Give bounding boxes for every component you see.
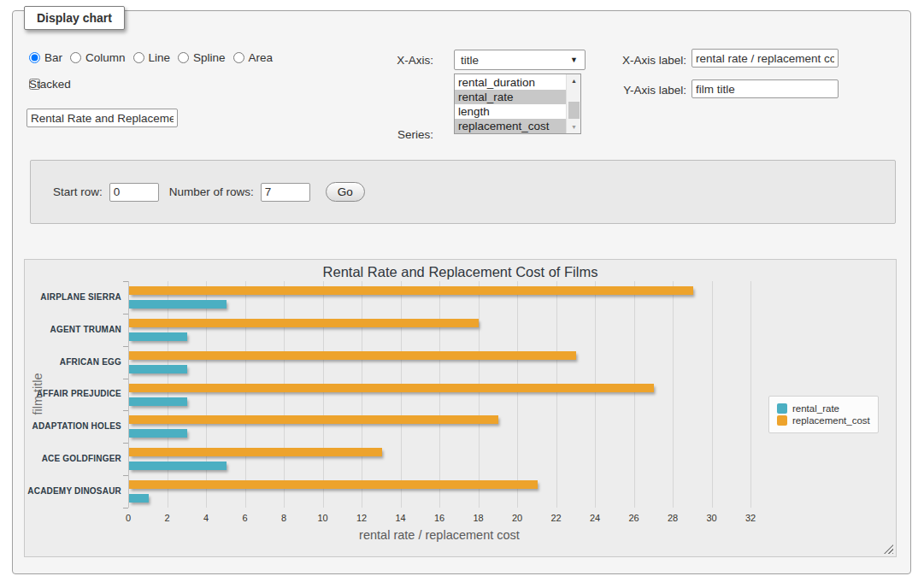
x-tick-label-6: 6	[231, 513, 260, 523]
stacked-label[interactable]: Stacked	[29, 78, 71, 91]
gridline-18	[479, 281, 480, 508]
gridline-20	[517, 281, 518, 508]
x-tick-label-10: 10	[309, 513, 338, 523]
y-axis-label-label: Y-Axis label:	[613, 84, 686, 97]
number-of-rows-input[interactable]	[261, 183, 310, 202]
bar-replacement_cost-5[interactable]	[129, 448, 382, 456]
x-tick-label-8: 8	[269, 513, 298, 523]
category-label-4: ADAPTATION HOLES	[26, 421, 121, 431]
x-tick-label-14: 14	[386, 513, 415, 523]
x-axis-label-label: X-Axis label:	[613, 54, 686, 67]
radio-area[interactable]	[233, 52, 244, 63]
gridline-26	[634, 281, 635, 508]
chart-y-axis-title: film title	[31, 373, 44, 414]
legend-label-replacement_cost: replacement_cost	[792, 415, 870, 426]
category-label-0: AIRPLANE SIERRA	[26, 292, 121, 302]
start-row-input[interactable]	[109, 183, 159, 202]
bar-rental_rate-4[interactable]	[129, 429, 187, 438]
x-tick-label-18: 18	[464, 513, 493, 523]
scrollbar-thumb[interactable]	[568, 102, 580, 119]
gridline-8	[284, 281, 285, 508]
x-tick-label-12: 12	[347, 513, 376, 523]
category-label-5: ACE GOLDFINGER	[26, 454, 121, 463]
legend-item-rental_rate[interactable]: rental_rate	[777, 403, 870, 414]
category-tick	[123, 508, 128, 509]
radio-line-label[interactable]: Line	[149, 51, 171, 64]
gridline-6	[245, 281, 246, 508]
gridline-28	[673, 281, 674, 508]
gridline-14	[401, 281, 402, 508]
chart-title: Rental Rate and Replacement Cost of Film…	[25, 264, 896, 280]
x-tick-label-2: 2	[153, 513, 182, 523]
bar-rental_rate-1[interactable]	[129, 332, 187, 341]
bar-replacement_cost-4[interactable]	[129, 415, 498, 424]
radio-bar[interactable]	[29, 52, 40, 63]
scroll-up-icon[interactable]: ▲	[567, 74, 581, 87]
bar-replacement_cost-1[interactable]	[129, 319, 479, 327]
legend-item-replacement_cost[interactable]: replacement_cost	[777, 415, 870, 426]
bar-replacement_cost-2[interactable]	[129, 351, 576, 360]
bar-rental_rate-2[interactable]	[129, 365, 187, 373]
number-of-rows-label: Number of rows:	[169, 185, 254, 198]
bar-rental_rate-0[interactable]	[129, 300, 227, 309]
display-chart-tab[interactable]: Display chart	[24, 6, 125, 30]
series-option-rental_duration[interactable]: rental_duration	[455, 75, 566, 90]
bar-replacement_cost-6[interactable]	[129, 480, 538, 489]
scroll-down-icon[interactable]: ▼	[567, 121, 581, 133]
x-axis-selected-value: title	[461, 54, 479, 67]
series-scrollbar[interactable]: ▲ ▼	[566, 74, 580, 133]
radio-bar-label[interactable]: Bar	[44, 51, 62, 64]
legend-swatch-replacement_cost	[777, 415, 787, 426]
series-option-replacement_cost[interactable]: replacement_cost	[455, 119, 566, 133]
category-label-1: AGENT TRUMAN	[26, 325, 121, 334]
display-chart-panel: Bar Column Line Spline Area Stacked X-Ax…	[12, 10, 911, 574]
radio-column[interactable]	[70, 52, 81, 63]
category-tick	[123, 379, 128, 379]
series-options: rental_durationrental_ratelengthreplacem…	[455, 75, 566, 133]
bar-rental_rate-5[interactable]	[129, 461, 227, 470]
x-tick-label-4: 4	[191, 513, 221, 523]
category-tick	[123, 475, 128, 476]
radio-line[interactable]	[133, 52, 144, 63]
gridline-16	[439, 281, 440, 508]
series-label: Series:	[380, 128, 433, 141]
x-tick-label-26: 26	[620, 513, 649, 523]
x-axis-label-input[interactable]	[692, 49, 839, 68]
chart-title-input[interactable]	[26, 109, 178, 127]
category-tick	[123, 314, 128, 315]
go-button[interactable]: Go	[326, 182, 365, 202]
radio-column-label[interactable]: Column	[85, 51, 126, 64]
y-axis-label-input[interactable]	[692, 79, 839, 98]
bar-rental_rate-3[interactable]	[129, 397, 187, 406]
radio-spline-label[interactable]: Spline	[193, 51, 226, 64]
series-option-length[interactable]: length	[455, 104, 566, 119]
chart-type-radios: Bar Column Line Spline Area	[29, 51, 280, 64]
start-row-label: Start row:	[53, 185, 103, 198]
legend-swatch-rental_rate	[777, 403, 787, 414]
chevron-down-icon: ▼	[570, 56, 578, 64]
x-tick-label-20: 20	[503, 513, 532, 523]
gridline-4	[206, 281, 207, 508]
gridline-24	[595, 281, 596, 508]
radio-area-label[interactable]: Area	[249, 51, 274, 64]
x-tick-label-22: 22	[542, 513, 571, 523]
series-multiselect[interactable]: rental_durationrental_ratelengthreplacem…	[454, 73, 581, 134]
x-tick-label-30: 30	[697, 513, 727, 523]
radio-spline[interactable]	[178, 52, 189, 63]
legend-label-rental_rate: rental_rate	[792, 403, 839, 414]
gridline-10	[323, 281, 324, 508]
gridline-30	[712, 281, 713, 508]
bar-replacement_cost-3[interactable]	[129, 384, 654, 392]
bar-replacement_cost-0[interactable]	[129, 286, 693, 295]
bar-rental_rate-6[interactable]	[129, 494, 149, 503]
resize-handle-icon[interactable]	[884, 544, 893, 554]
stacked-row: Stacked	[29, 79, 45, 90]
category-tick	[123, 410, 128, 411]
category-label-6: ACADEMY DINOSAUR	[26, 486, 121, 496]
series-option-rental_rate[interactable]: rental_rate	[455, 90, 566, 104]
category-label-2: AFRICAN EGG	[26, 357, 121, 367]
x-axis-select[interactable]: title ▼	[454, 50, 586, 70]
category-tick	[123, 346, 128, 347]
chart-legend: rental_ratereplacement_cost	[768, 396, 879, 433]
x-tick-label-24: 24	[580, 513, 609, 523]
